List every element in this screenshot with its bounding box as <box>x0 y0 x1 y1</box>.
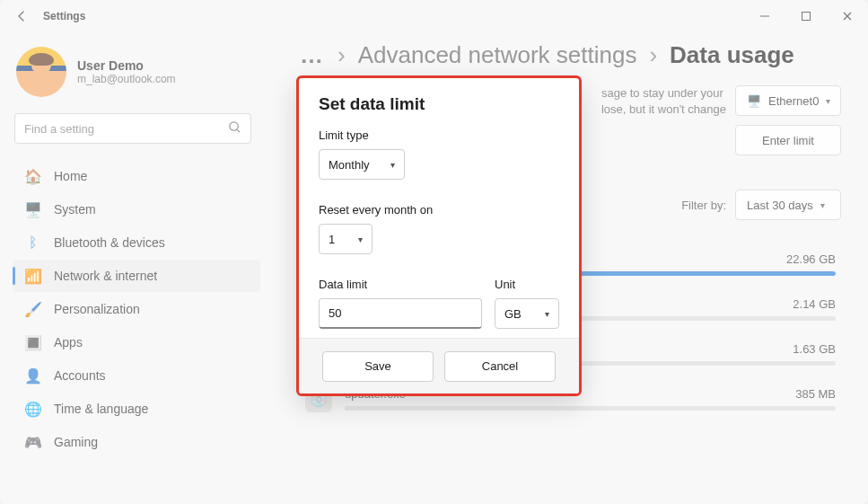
profile-name: User Demo <box>77 58 176 73</box>
window-controls <box>744 0 868 32</box>
nav-icon: 👤 <box>25 367 41 384</box>
ethernet-icon: 🖥️ <box>747 94 761 108</box>
search-placeholder: Find a setting <box>24 122 94 136</box>
sidebar-item-apps[interactable]: 🔳Apps <box>13 326 260 358</box>
description-text: sage to stay under your lose, but it won… <box>601 85 726 118</box>
minimize-button[interactable] <box>744 0 785 32</box>
nav-icon: 🖌️ <box>25 301 41 317</box>
breadcrumb-link[interactable]: Advanced network settings <box>358 41 637 69</box>
sidebar-item-bluetooth-devices[interactable]: ᛒBluetooth & devices <box>13 226 260 259</box>
title-bar: Settings <box>0 0 868 32</box>
filter-label: Filter by: <box>681 199 726 212</box>
data-limit-input[interactable]: 50 <box>319 298 482 329</box>
usage-bar <box>345 406 836 411</box>
nav-label: Home <box>54 169 87 183</box>
nav-label: Network & internet <box>54 269 157 283</box>
adapter-name: Ethernet0 <box>768 94 819 108</box>
chevron-down-icon: ▾ <box>358 234 363 244</box>
save-button[interactable]: Save <box>322 351 434 382</box>
sidebar-item-network-internet[interactable]: 📶Network & internet <box>13 260 260 292</box>
unit-label: Unit <box>495 278 559 291</box>
profile-email: m_lab@outlook.com <box>77 73 176 85</box>
avatar <box>16 47 66 97</box>
breadcrumb: … › Advanced network settings › Data usa… <box>300 41 841 69</box>
chevron-down-icon: ▾ <box>820 200 825 210</box>
enter-limit-button[interactable]: Enter limit <box>735 125 841 155</box>
sidebar-item-personalization[interactable]: 🖌️Personalization <box>13 293 260 325</box>
filter-selector[interactable]: Last 30 days ▾ <box>735 190 841 220</box>
svg-rect-1 <box>802 13 811 21</box>
nav-label: Bluetooth & devices <box>54 235 165 250</box>
chevron-down-icon: ▾ <box>826 96 830 106</box>
set-data-limit-dialog: Set data limit Limit type Monthly ▾ Rese… <box>296 75 582 396</box>
limit-type-label: Limit type <box>319 128 559 142</box>
nav-icon: 🖥️ <box>25 201 41 217</box>
sidebar: User Demo m_lab@outlook.com Find a setti… <box>0 32 269 504</box>
back-button[interactable] <box>4 2 39 31</box>
window-title: Settings <box>43 10 85 22</box>
sidebar-item-system[interactable]: 🖥️System <box>13 193 260 225</box>
svg-point-2 <box>230 122 238 130</box>
settings-window: Settings User Demo m_lab@outlook.com Fin… <box>0 0 868 504</box>
breadcrumb-sep: › <box>649 41 657 69</box>
svg-line-3 <box>237 129 240 132</box>
search-icon <box>228 120 241 137</box>
sidebar-item-time-language[interactable]: 🌐Time & language <box>13 393 260 425</box>
adapter-selector[interactable]: 🖥️ Ethernet0 ▾ <box>735 85 841 116</box>
nav-icon: 🌐 <box>25 401 41 417</box>
nav-icon: 🔳 <box>25 334 41 350</box>
profile-block[interactable]: User Demo m_lab@outlook.com <box>16 47 257 97</box>
nav-label: Time & language <box>54 402 148 416</box>
close-button[interactable] <box>827 0 868 32</box>
sidebar-item-gaming[interactable]: 🎮Gaming <box>13 426 260 458</box>
app-usage-value: 1.63 GB <box>793 342 836 356</box>
search-input[interactable]: Find a setting <box>14 113 251 144</box>
sidebar-item-accounts[interactable]: 👤Accounts <box>13 359 260 392</box>
nav-icon: 📶 <box>25 268 41 284</box>
chevron-down-icon: ▾ <box>390 160 395 170</box>
nav-list: 🏠Home🖥️SystemᛒBluetooth & devices📶Networ… <box>13 160 260 458</box>
chevron-down-icon: ▾ <box>545 309 549 319</box>
nav-label: Apps <box>54 335 83 349</box>
maximize-button[interactable] <box>785 0 827 32</box>
nav-label: Gaming <box>54 435 98 449</box>
cancel-button[interactable]: Cancel <box>444 351 556 382</box>
unit-dropdown[interactable]: GB ▾ <box>495 298 559 329</box>
nav-label: Personalization <box>54 302 140 316</box>
nav-label: System <box>54 202 96 217</box>
breadcrumb-overflow[interactable]: … <box>300 41 325 69</box>
data-limit-label: Data limit <box>319 278 482 291</box>
breadcrumb-current: Data usage <box>670 41 794 69</box>
limit-type-dropdown[interactable]: Monthly ▾ <box>319 149 405 180</box>
nav-icon: ᛒ <box>25 234 41 251</box>
app-usage-value: 22.96 GB <box>786 252 836 266</box>
nav-icon: 🏠 <box>25 168 41 184</box>
app-usage-value: 385 MB <box>795 387 836 401</box>
dialog-footer: Save Cancel <box>299 338 579 393</box>
reset-day-dropdown[interactable]: 1 ▾ <box>319 224 373 254</box>
sidebar-item-home[interactable]: 🏠Home <box>13 160 260 192</box>
nav-icon: 🎮 <box>25 434 41 450</box>
nav-label: Accounts <box>54 368 106 383</box>
dialog-body: Set data limit Limit type Monthly ▾ Rese… <box>299 78 579 338</box>
dialog-title: Set data limit <box>319 94 559 114</box>
breadcrumb-sep: › <box>338 41 346 69</box>
app-usage-value: 2.14 GB <box>793 297 836 311</box>
reset-day-label: Reset every month on <box>319 203 559 217</box>
